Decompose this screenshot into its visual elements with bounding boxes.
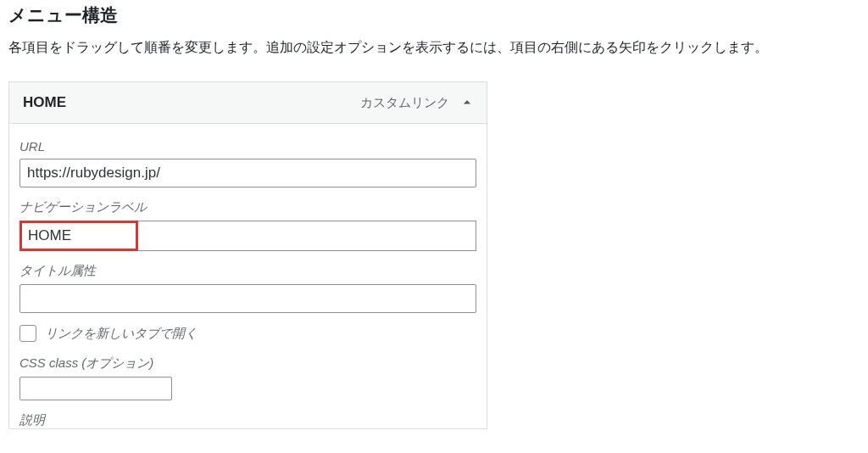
description-label: 説明	[19, 412, 476, 428]
open-new-tab-checkbox[interactable]	[19, 325, 36, 342]
url-label: URL	[19, 139, 476, 154]
menu-item-header-right: カスタムリンク	[360, 95, 473, 111]
url-field-group: URL	[19, 139, 476, 187]
open-new-tab-row: リンクを新しいタブで開く	[19, 325, 476, 342]
menu-item: HOME カスタムリンク URL ナビゲーションラベル タイトル属性 リンク	[8, 81, 487, 429]
nav-label-input-rest[interactable]	[138, 221, 476, 251]
page-description: 各項目をドラッグして順番を変更します。追加の設定オプションを表示するには、項目の…	[8, 37, 860, 58]
menu-item-header[interactable]: HOME カスタムリンク	[9, 82, 487, 124]
page-title: メニュー構造	[8, 3, 860, 27]
menu-item-title: HOME	[23, 94, 66, 111]
nav-label-input[interactable]	[19, 221, 138, 251]
nav-label-field-group: ナビゲーションラベル	[19, 199, 476, 251]
open-new-tab-label: リンクを新しいタブで開く	[45, 326, 198, 342]
title-attr-input[interactable]	[19, 284, 476, 313]
caret-up-icon[interactable]	[461, 97, 473, 109]
menu-item-type-label: カスタムリンク	[360, 95, 449, 111]
nav-label-label: ナビゲーションラベル	[19, 199, 476, 215]
css-class-field-group: CSS class (オプション)	[19, 355, 476, 400]
css-class-input[interactable]	[19, 377, 172, 400]
title-attr-label: タイトル属性	[19, 263, 476, 279]
css-class-label: CSS class (オプション)	[19, 355, 476, 372]
title-attr-field-group: タイトル属性	[19, 263, 476, 313]
menu-item-body: URL ナビゲーションラベル タイトル属性 リンクを新しいタブで開く CSS c…	[9, 124, 487, 428]
url-input[interactable]	[19, 159, 476, 187]
